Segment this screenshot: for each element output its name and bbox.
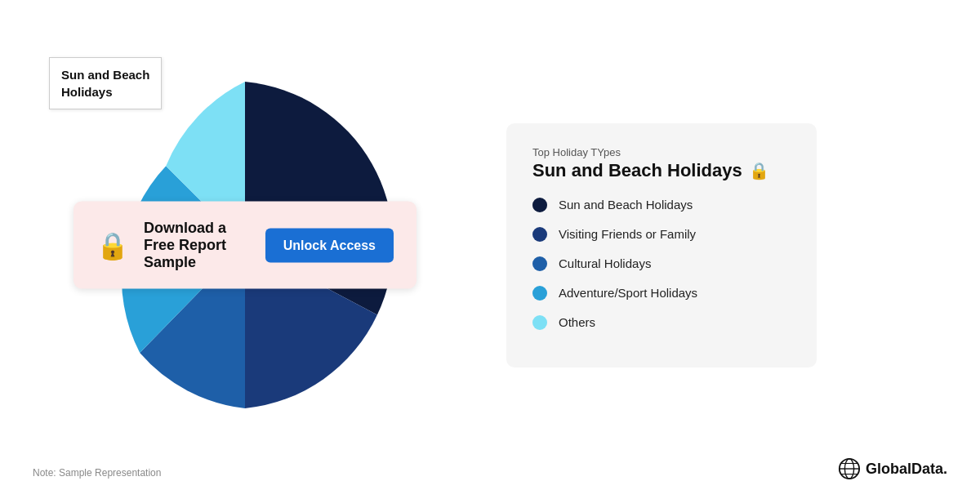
legend-card: Top Holiday TYpes Sun and Beach Holidays… [506, 123, 817, 368]
chart-area: Sun and BeachHolidays [33, 33, 457, 457]
legend-dot [532, 227, 547, 242]
legend-lock-icon: 🔒 [749, 161, 769, 180]
legend-item: Sun and Beach Holidays [532, 198, 791, 212]
legend-dot [532, 198, 547, 212]
lock-icon: 🔒 [96, 229, 129, 261]
unlock-button[interactable]: Unlock Access [265, 228, 394, 262]
globaldata-icon [838, 457, 861, 480]
legend-main-title: Sun and Beach Holidays 🔒 [532, 160, 791, 181]
legend-item-label: Visiting Friends or Family [559, 227, 696, 241]
legend-dot [532, 315, 547, 330]
legend-item: Others [532, 315, 791, 330]
legend-item-label: Adventure/Sport Holidays [559, 286, 697, 300]
main-container: Sun and BeachHolidays [0, 0, 980, 490]
unlock-overlay: 🔒 Download a Free Report Sample Unlock A… [74, 202, 416, 289]
legend-list: Sun and Beach HolidaysVisiting Friends o… [532, 198, 791, 330]
legend-dot [532, 286, 547, 301]
legend-item: Cultural Holidays [532, 256, 791, 271]
legend-sub-title: Top Holiday TYpes [532, 146, 791, 158]
legend-item-label: Cultural Holidays [559, 256, 651, 270]
legend-item: Visiting Friends or Family [532, 227, 791, 242]
legend-item-label: Sun and Beach Holidays [559, 198, 693, 212]
legend-main-title-text: Sun and Beach Holidays [532, 160, 742, 181]
footer-note: Note: Sample Representation [33, 467, 161, 479]
legend-item-label: Others [559, 315, 595, 329]
brand: GlobalData. [838, 457, 947, 480]
unlock-text: Download a Free Report Sample [144, 220, 251, 271]
legend-dot [532, 256, 547, 271]
brand-name: GlobalData. [866, 461, 947, 478]
legend-item: Adventure/Sport Holidays [532, 286, 791, 301]
